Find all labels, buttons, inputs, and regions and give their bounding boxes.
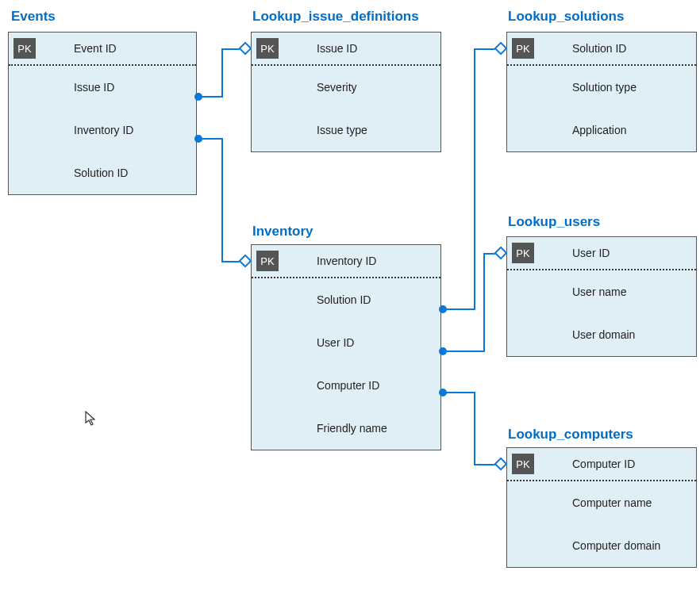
pk-row: PK Event ID (9, 33, 196, 66)
pk-badge: PK (512, 38, 534, 59)
pk-badge: PK (13, 38, 36, 59)
rel-events-issueid (198, 49, 244, 97)
pk-row: PK Computer ID (507, 448, 696, 481)
cursor-icon (85, 411, 98, 431)
entity-title-lookup-users: Lookup_users (508, 214, 600, 230)
pk-label: Solution ID (572, 42, 626, 55)
entity-title-lookup-computers: Lookup_computers (508, 427, 633, 442)
pk-row: PK Issue ID (252, 33, 440, 66)
entity-title-lookup-issue-definitions: Lookup_issue_definitions (252, 9, 419, 25)
entity-inventory: PK Inventory ID Solution ID User ID Comp… (251, 244, 441, 450)
attr-row: Solution type (507, 66, 696, 109)
entity-lookup-users: PK User ID User name User domain (506, 236, 697, 357)
entity-title-inventory: Inventory (252, 224, 313, 239)
fk-dot (439, 389, 447, 397)
attr-row: Solution ID (9, 151, 196, 194)
rel-inventory-userid (443, 254, 499, 351)
attr-row: Issue type (252, 109, 440, 151)
rel-inventory-solutionid (443, 49, 499, 309)
pk-row: PK User ID (507, 237, 696, 270)
fk-dot (439, 347, 447, 355)
attr-row: Solution ID (252, 278, 440, 321)
pk-diamond (494, 247, 508, 260)
fk-dot (194, 93, 202, 101)
fk-dot (194, 135, 202, 143)
pk-diamond (239, 42, 252, 56)
pk-diamond (239, 255, 252, 268)
attr-row: User name (507, 270, 696, 313)
attr-row: Computer name (507, 481, 696, 524)
entity-events: PK Event ID Issue ID Inventory ID Soluti… (8, 32, 197, 195)
pk-label: User ID (572, 247, 610, 259)
pk-diamond (494, 458, 508, 471)
attr-row: User ID (252, 321, 440, 364)
pk-label: Computer ID (572, 458, 635, 470)
pk-label: Event ID (74, 42, 117, 55)
pk-row: PK Solution ID (507, 33, 696, 66)
attr-row: Computer domain (507, 524, 696, 567)
pk-badge: PK (256, 38, 279, 59)
attr-row: Inventory ID (9, 109, 196, 151)
pk-diamond (494, 42, 508, 56)
pk-badge: PK (256, 251, 279, 271)
pk-badge: PK (512, 243, 534, 263)
attr-row: Issue ID (9, 66, 196, 109)
attr-row: Friendly name (252, 407, 440, 450)
rel-events-inventoryid (198, 139, 244, 262)
rel-inventory-computerid (443, 393, 499, 465)
entity-title-lookup-solutions: Lookup_solutions (508, 9, 624, 25)
fk-dot (439, 305, 447, 313)
pk-label: Inventory ID (317, 255, 376, 267)
attr-row: Severity (252, 66, 440, 109)
entity-lookup-issue-definitions: PK Issue ID Severity Issue type (251, 32, 441, 152)
pk-row: PK Inventory ID (252, 245, 440, 278)
attr-row: User domain (507, 313, 696, 356)
pk-badge: PK (512, 454, 534, 474)
attr-row: Application (507, 109, 696, 151)
entity-title-events: Events (11, 9, 56, 25)
pk-label: Issue ID (317, 42, 357, 55)
entity-lookup-computers: PK Computer ID Computer name Computer do… (506, 447, 697, 568)
entity-lookup-solutions: PK Solution ID Solution type Application (506, 32, 697, 152)
attr-row: Computer ID (252, 364, 440, 407)
